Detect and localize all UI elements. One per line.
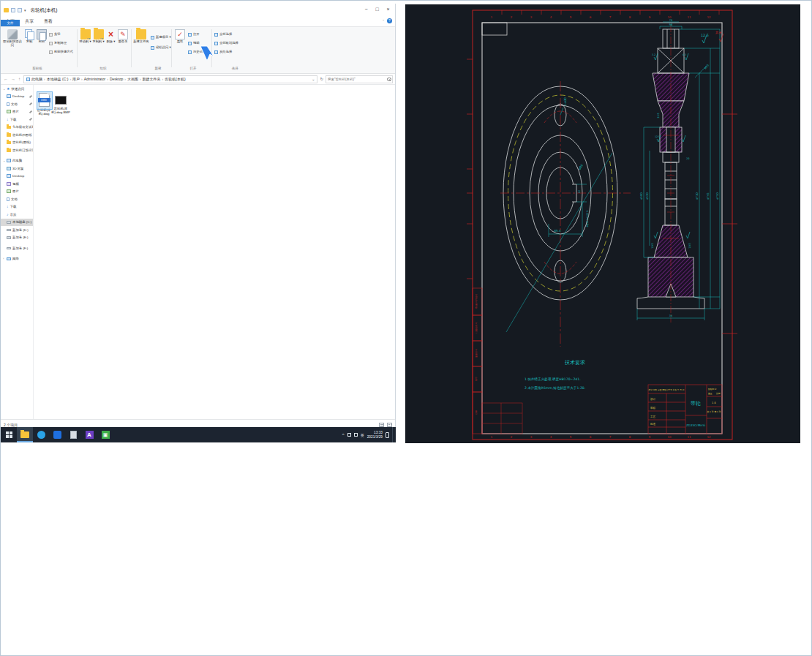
sidebar-item-pictures-pc[interactable]: 图片 — [1, 188, 33, 196]
diameter-dimension: ø530 — [645, 192, 649, 200]
easy-access-button[interactable]: 轻松访问 ▾ — [151, 46, 171, 50]
minimize-button[interactable]: − — [361, 4, 372, 15]
taskbar-document-app[interactable] — [65, 427, 81, 442]
clock[interactable]: 13:33 2021/3/29 — [367, 431, 383, 440]
title-block-row: 工艺 — [650, 415, 656, 418]
taskbar-file-explorer[interactable] — [17, 427, 33, 442]
folder-icon — [4, 8, 9, 12]
sidebar-item-downloads-pc[interactable]: ↓ 下载 — [1, 203, 33, 211]
close-button[interactable]: × — [383, 4, 394, 15]
sidebar-item-volume-d[interactable]: 新加卷 (D:) — [1, 226, 33, 234]
taskbar-caxa[interactable]: A — [81, 427, 97, 442]
notification-icon[interactable] — [386, 432, 389, 438]
search-input[interactable] — [326, 76, 392, 83]
crumb[interactable]: 齿轮机(本机) — [165, 77, 185, 81]
sidebar-item-videos[interactable]: 视频 — [1, 180, 33, 188]
up-icon[interactable]: ↑ — [18, 77, 20, 81]
browser-icon — [37, 431, 45, 439]
copy-path-button[interactable]: 复制路径 — [49, 42, 67, 45]
back-icon[interactable]: ← — [4, 77, 8, 81]
maximize-button[interactable]: □ — [372, 4, 383, 15]
paste-shortcut-button[interactable]: 粘贴快捷方式 — [49, 50, 73, 54]
quick-access-toolbar: ▾ — [1, 8, 26, 12]
help-icon[interactable]: ? — [387, 18, 392, 23]
qat-dropdown-icon[interactable]: ▾ — [24, 8, 26, 12]
file-item-bmp[interactable]: 齿轮机(本机).dwg.BMP — [51, 96, 70, 114]
new-item-button[interactable]: 新建项目 ▾ — [151, 36, 171, 39]
taskbar-cad[interactable]: ▣ — [97, 427, 113, 442]
properties-button[interactable]: ✓ 属性 — [173, 29, 187, 44]
taskbar-browser[interactable] — [33, 427, 49, 442]
invert-selection-button[interactable]: 反向选择 — [214, 50, 232, 54]
sidebar-item-3d-objects[interactable]: 3D 对象 — [1, 165, 33, 173]
frame-margin-cells: 借(通)用件登记 旧底图总号 底图总号 签字 日期 — [473, 288, 482, 434]
sidebar-item-quick-access[interactable]: ⌄★ 快速访问 — [1, 85, 33, 93]
tray-chevron-icon[interactable]: ^ — [342, 433, 345, 437]
copy-button[interactable]: 复制 — [23, 29, 35, 44]
paste-button[interactable]: 粘贴 — [36, 29, 48, 44]
sidebar-item-downloads[interactable]: ↓ 下载 — [1, 116, 33, 124]
sidebar-item-desktop-pc[interactable]: Desktop — [1, 173, 33, 181]
sidebar-item-volume-f[interactable]: 新加卷 (F:) — [1, 244, 33, 252]
tab-file[interactable]: 文件 — [1, 20, 20, 26]
sidebar-item-folder[interactable]: 齿轮机订货运动图 — [1, 146, 33, 154]
sidebar-item-this-pc[interactable]: ⌄ 此电脑 — [1, 157, 33, 165]
folder-icon — [7, 148, 11, 152]
sidebar-item-pictures[interactable]: 图片 — [1, 108, 33, 116]
delete-button[interactable]: × 删除 ▾ — [105, 29, 116, 44]
copy-to-button[interactable]: → 复制到 ▾ — [92, 29, 105, 44]
cut-button[interactable]: 剪切 — [49, 33, 61, 37]
width-dimension: 96 — [669, 23, 673, 26]
crumb[interactable]: 本地磁盘 (C:) — [47, 77, 69, 81]
svg-text:5: 5 — [570, 435, 572, 439]
address-dropdown-icon[interactable]: ⌄ — [312, 77, 315, 81]
sidebar-item-desktop[interactable]: Desktop — [1, 93, 33, 101]
refresh-icon[interactable]: ↻ — [320, 77, 323, 81]
sidebar-item-folder[interactable]: 七年级语文试卷中心 — [1, 124, 33, 132]
show-desktop-button[interactable] — [392, 427, 394, 442]
copy-icon — [24, 29, 34, 39]
select-all-button[interactable]: 全部选择 — [214, 33, 232, 37]
sidebar-item-documents[interactable]: 文档 — [1, 100, 33, 108]
pin-to-quick-access-button[interactable]: 固定到快速访问 — [3, 29, 22, 48]
sidebar-item-volume-e[interactable]: 新加卷 (E:) — [1, 234, 33, 242]
taskbar-wps[interactable] — [49, 427, 65, 442]
move-to-button[interactable]: → 移动到 ▾ — [79, 29, 91, 44]
cad-drawing: 12 34 56 78 910 1112 12 34 56 78 910 111… — [405, 4, 800, 443]
tab-share[interactable]: 共享 — [20, 17, 39, 26]
collapse-ribbon-icon[interactable]: ˆ — [383, 19, 384, 23]
start-button[interactable] — [1, 427, 17, 442]
tab-view[interactable]: 查看 — [39, 17, 58, 26]
crumb[interactable]: 新建文件夹 — [143, 77, 161, 81]
new-folder-qat-icon[interactable] — [18, 8, 22, 12]
details-view-icon[interactable] — [379, 423, 384, 427]
crumb[interactable]: Administrator — [84, 77, 105, 81]
network-icon[interactable] — [347, 433, 351, 437]
sidebar-item-music[interactable]: ♪ 音乐 — [1, 211, 33, 219]
crumb[interactable]: Desktop — [110, 77, 123, 81]
select-none-button[interactable]: 全部取消选择 — [214, 42, 238, 45]
crumb[interactable]: 用户 — [72, 77, 80, 81]
new-folder-button[interactable]: 新建文件夹 — [133, 29, 149, 44]
sidebar-item-network[interactable]: › 网络 — [1, 255, 33, 263]
properties-qat-icon[interactable] — [11, 8, 15, 12]
breadcrumb[interactable]: 此电脑› 本地磁盘 (C:)› 用户› Administrator› Deskt… — [23, 75, 317, 83]
sidebar-item-documents-pc[interactable]: 文档 — [1, 195, 33, 203]
search-box[interactable] — [326, 75, 393, 83]
title-block-row: 审核 — [650, 407, 656, 410]
open-button[interactable]: 打开 — [188, 33, 200, 37]
file-list[interactable]: DWG 齿轮机(本机).dwg 齿轮机(本机).dwg.BMP — [34, 85, 395, 419]
crumb[interactable]: 大画图 — [127, 77, 138, 81]
tech-line: 1.铸件经正火处理,硬度HB170~241. — [525, 377, 581, 382]
rename-button[interactable]: ✎ 重命名 — [117, 29, 129, 44]
ribbon-separator — [171, 29, 172, 67]
sidebar-item-folder[interactable]: 齿轮机的图纸 — [1, 131, 33, 139]
sidebar-item-folder[interactable]: 齿轮机(图纸) — [1, 139, 33, 147]
crumb[interactable]: 此电脑 — [31, 77, 42, 81]
ime-indicator[interactable]: 英 — [361, 433, 364, 437]
music-icon: ♪ — [7, 213, 9, 216]
thumbnail-view-icon[interactable] — [387, 423, 392, 427]
volume-icon[interactable] — [354, 433, 358, 437]
forward-icon[interactable]: → — [11, 77, 15, 81]
sidebar-item-local-disk-c[interactable]: 本地磁盘 (C:) — [1, 219, 33, 227]
